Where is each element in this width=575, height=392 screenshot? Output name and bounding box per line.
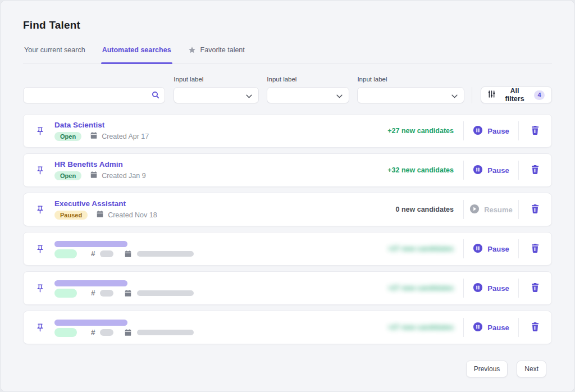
new-candidates-count: +32 new candidates — [387, 166, 454, 174]
filter-divider — [472, 87, 472, 103]
search-title-link[interactable]: Data Scientist — [54, 121, 149, 129]
pause-circle-icon — [473, 322, 483, 334]
trash-icon — [531, 126, 539, 136]
pagination: Previous Next — [23, 361, 552, 377]
trash-icon — [531, 322, 539, 333]
dropdown-select[interactable] — [267, 87, 349, 103]
trash-icon — [531, 165, 539, 176]
pin-icon[interactable] — [35, 205, 45, 215]
delete-button[interactable] — [519, 193, 551, 226]
pause-button[interactable]: Pause — [464, 311, 518, 344]
dropdown-select[interactable] — [174, 87, 259, 103]
pin-icon[interactable] — [35, 284, 45, 293]
search-icon[interactable] — [151, 90, 160, 102]
status-badge: Open — [54, 171, 81, 180]
tab-label: Automated searches — [102, 46, 171, 54]
delete-button[interactable] — [519, 272, 551, 304]
status-badge: Paused — [54, 211, 88, 220]
tab-automated-searches[interactable]: Automated searches — [101, 46, 172, 63]
search-title-link[interactable]: HR Benefits Admin — [54, 160, 146, 168]
star-icon — [188, 46, 196, 54]
date-placeholder-bar — [137, 330, 194, 335]
hash-icon: # — [91, 289, 95, 297]
date-placeholder-bar — [137, 290, 194, 296]
delete-button[interactable] — [519, 233, 551, 265]
search-info: HR Benefits Admin Open Created Jan 9 — [54, 160, 146, 180]
pause-button[interactable]: Pause — [464, 233, 518, 265]
title-placeholder-bar — [54, 280, 127, 286]
new-candidates-count-blurred: +27 new candidates — [387, 323, 454, 331]
pin-icon[interactable] — [35, 166, 45, 175]
pin-icon[interactable] — [35, 126, 45, 136]
pause-circle-icon — [473, 125, 483, 137]
pause-circle-icon — [473, 243, 483, 255]
pause-button[interactable]: Pause — [464, 115, 518, 147]
hash-icon: # — [91, 249, 95, 258]
play-circle-icon — [469, 204, 480, 216]
trash-icon — [531, 283, 539, 294]
action-label: Pause — [487, 323, 509, 332]
action-label: Pause — [487, 245, 509, 253]
action-label: Pause — [487, 127, 509, 135]
calendar-icon — [90, 131, 98, 141]
calendar-icon — [90, 171, 98, 180]
trash-icon — [531, 244, 539, 254]
new-candidates-count: 0 new candidates — [395, 206, 454, 213]
badge-placeholder-pill — [54, 328, 77, 337]
dropdown-label: Input label — [174, 76, 259, 83]
pause-button[interactable]: Pause — [464, 272, 518, 304]
status-badge: Open — [54, 132, 81, 141]
pin-icon[interactable] — [35, 323, 45, 332]
pause-button[interactable]: Pause — [464, 154, 518, 186]
filter-dropdown-2: Input label — [267, 76, 349, 103]
tab-favorite-talent[interactable]: Favorite talent — [187, 46, 246, 63]
calendar-icon — [124, 289, 132, 297]
search-info: Data Scientist Open Created Apr 17 — [54, 121, 149, 141]
action-label: Resume — [484, 206, 513, 214]
search-row-data-scientist: Data Scientist Open Created Apr 17 +27 n… — [23, 114, 552, 148]
small-placeholder-pill — [100, 290, 113, 297]
sliders-icon — [488, 90, 495, 99]
date-placeholder-bar — [137, 251, 194, 257]
title-placeholder-bar — [54, 241, 127, 247]
search-row-executive-assistant: Executive Assistant Paused Created Nov 1… — [23, 193, 552, 226]
dropdown-label: Input label — [357, 76, 464, 83]
chevron-down-icon — [246, 90, 252, 101]
tab-your-current-search[interactable]: Your current search — [23, 46, 86, 63]
created-date: Created Apr 17 — [102, 133, 149, 140]
new-candidates-count-blurred: +27 new candidates — [387, 284, 454, 292]
created-date: Created Jan 9 — [102, 172, 146, 180]
action-label: Pause — [487, 284, 509, 293]
search-info-skeleton: # — [54, 279, 194, 298]
dropdown-select[interactable] — [357, 87, 464, 103]
page-title: Find Talent — [23, 19, 552, 31]
delete-button[interactable] — [519, 311, 551, 344]
new-candidates-count-blurred: +27 new candidates — [387, 245, 454, 253]
search-row-hr-benefits-admin: HR Benefits Admin Open Created Jan 9 +32… — [23, 153, 552, 187]
tab-label: Your current search — [24, 46, 85, 54]
search-row-skeleton: # +27 new candidates — [23, 232, 552, 266]
resume-button[interactable]: Resume — [464, 193, 518, 226]
delete-button[interactable] — [519, 115, 551, 147]
previous-button[interactable]: Previous — [466, 361, 508, 377]
small-placeholder-pill — [100, 329, 113, 336]
search-info-skeleton: # — [54, 240, 194, 258]
tab-label: Favorite talent — [200, 46, 245, 54]
search-input[interactable] — [23, 87, 165, 103]
calendar-icon — [124, 250, 132, 258]
delete-button[interactable] — [519, 154, 551, 186]
next-button[interactable]: Next — [517, 361, 546, 377]
badge-placeholder-pill — [54, 289, 77, 298]
filter-dropdown-3: Input label — [357, 76, 464, 103]
search-info: Executive Assistant Paused Created Nov 1… — [54, 199, 157, 220]
hash-icon: # — [91, 328, 95, 336]
pin-icon[interactable] — [35, 244, 45, 254]
pause-circle-icon — [473, 165, 483, 176]
search-info-skeleton: # — [54, 318, 194, 337]
app-window: Find Talent Your current search Automate… — [0, 0, 575, 392]
search-title-link[interactable]: Executive Assistant — [54, 199, 157, 208]
filter-bar: Input label Input label Input label — [23, 76, 552, 103]
search-box — [23, 87, 165, 103]
new-candidates-count: +27 new candidates — [387, 127, 454, 135]
all-filters-button[interactable]: All filters 4 — [481, 86, 552, 103]
